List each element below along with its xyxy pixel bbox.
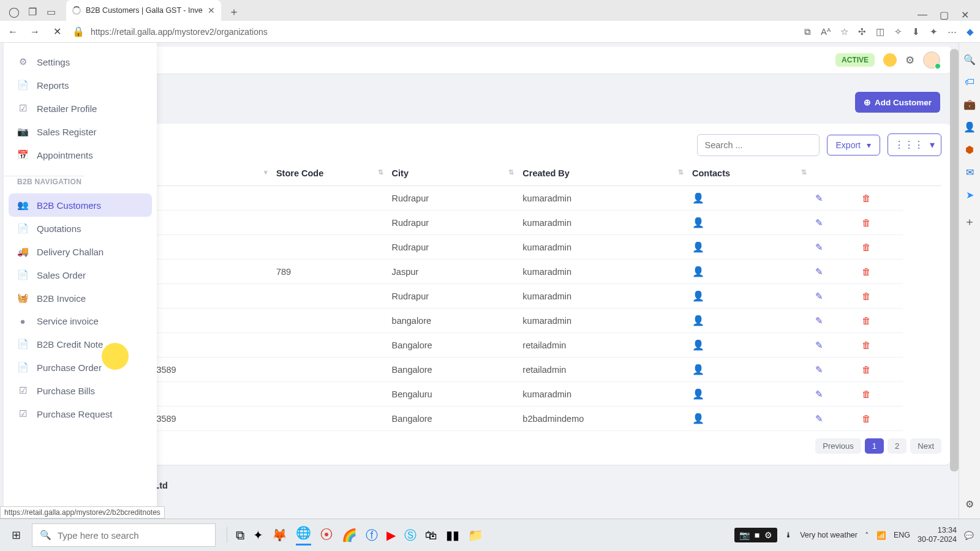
weather-text[interactable]: Very hot weather	[800, 531, 858, 539]
clock[interactable]: 13:34 30-07-2024	[918, 526, 957, 544]
tools-icon[interactable]: 💼	[963, 99, 976, 110]
cell-contacts[interactable]: 👤	[687, 309, 810, 333]
column-header[interactable]: City⇅	[387, 161, 518, 186]
cell-delete[interactable]: 🗑	[857, 309, 903, 333]
cell-contacts[interactable]: 👤	[687, 358, 810, 382]
wifi-icon[interactable]: 📶	[876, 531, 886, 540]
sidebar-item-delivery-challan[interactable]: 🚚Delivery Challan	[9, 240, 152, 263]
address-bar[interactable]: 🔒 https://retail.galla.app/mystorev2/org…	[72, 26, 796, 37]
outlook-icon[interactable]: ✉	[966, 167, 974, 178]
office-icon[interactable]: ⬢	[965, 144, 974, 156]
settings-icon[interactable]: ⚙	[905, 54, 914, 67]
sidebar-item-purchase-order[interactable]: 📄Purchase Order	[9, 356, 152, 379]
cell-contacts[interactable]: 👤	[687, 382, 810, 407]
avatar[interactable]	[923, 51, 940, 69]
new-tab-button[interactable]: ＋	[225, 2, 243, 21]
cell-edit[interactable]: ✎	[810, 186, 856, 211]
cell-delete[interactable]: 🗑	[857, 382, 903, 407]
cell-edit[interactable]: ✎	[810, 407, 856, 431]
cell-delete[interactable]: 🗑	[857, 260, 903, 284]
export-button[interactable]: Export ▾	[827, 135, 880, 156]
cell-edit[interactable]: ✎	[810, 333, 856, 358]
cell-contacts[interactable]: 👤	[687, 260, 810, 284]
sidebar-item-reports[interactable]: 📄Reports	[9, 73, 152, 97]
tray-expand-icon[interactable]: ˄	[865, 531, 869, 540]
sidebar-item-service-invoice[interactable]: ●Service invoice	[9, 310, 152, 332]
browser-tab[interactable]: B2B Customers | Galla GST - Inve ✕	[66, 0, 221, 21]
close-window-icon[interactable]: ✕	[961, 9, 969, 21]
column-header[interactable]: Store Code⇅	[271, 161, 387, 186]
cell-delete[interactable]: 🗑	[857, 333, 903, 358]
edge-settings-icon[interactable]: ⚙	[965, 498, 974, 510]
cell-delete[interactable]: 🗑	[857, 407, 903, 431]
explorer-icon[interactable]: 📁	[468, 528, 483, 542]
forward-icon[interactable]: →	[28, 26, 42, 37]
workspaces-icon[interactable]: ❐	[23, 2, 42, 21]
add-tool-icon[interactable]: ＋	[964, 214, 975, 229]
recording-toolbar[interactable]: 📷 ■ ⚙	[734, 528, 777, 542]
coin-icon[interactable]	[883, 53, 897, 67]
sidebar-item-sales-register[interactable]: 📷Sales Register	[9, 120, 152, 143]
cell-edit[interactable]: ✎	[810, 260, 856, 284]
pager-page-2[interactable]: 2	[888, 438, 907, 454]
cell-edit[interactable]: ✎	[810, 358, 856, 382]
sidebar-item-sales-order[interactable]: 📄Sales Order	[9, 263, 152, 287]
downloads-icon[interactable]: ⬇	[912, 26, 920, 37]
cell-contacts[interactable]: 👤	[687, 284, 810, 309]
taskbar-search[interactable]: 🔍 Type here to search	[32, 523, 216, 547]
more-icon[interactable]: ⋯	[948, 26, 957, 37]
cell-delete[interactable]: 🗑	[857, 211, 903, 235]
columns-button[interactable]: ⋮⋮⋮ ▾	[888, 133, 941, 156]
taskview-icon[interactable]: ⧉	[236, 528, 244, 542]
sidebar-item-settings[interactable]: ⚙Settings	[9, 50, 152, 73]
profile-icon[interactable]: ◯	[5, 2, 23, 21]
copilot2-icon[interactable]: ◆	[967, 26, 974, 37]
start-button[interactable]: ⊞	[0, 519, 32, 551]
chrome-icon[interactable]: 🌈	[342, 528, 357, 542]
cell-edit[interactable]: ✎	[810, 309, 856, 333]
lang-indicator[interactable]: ENG	[894, 531, 910, 539]
cell-contacts[interactable]: 👤	[687, 333, 810, 358]
scrollbar-thumb[interactable]	[950, 49, 959, 471]
sidebar-item-purchase-request[interactable]: ☑Purchase Request	[9, 402, 152, 425]
cell-edit[interactable]: ✎	[810, 211, 856, 235]
cell-edit[interactable]: ✎	[810, 382, 856, 407]
back-icon[interactable]: ←	[6, 26, 20, 37]
cell-edit[interactable]: ✎	[810, 284, 856, 309]
copilot-task-icon[interactable]: ✦	[253, 528, 263, 542]
pager-next[interactable]: Next	[910, 438, 941, 454]
cell-contacts[interactable]: 👤	[687, 407, 810, 431]
skype-icon[interactable]: Ⓢ	[404, 527, 417, 544]
app1-icon[interactable]: ▮▮	[446, 528, 459, 542]
extensions-icon[interactable]: ✣	[858, 26, 866, 37]
pager-page-1[interactable]: 1	[865, 438, 884, 454]
cell-contacts[interactable]: 👤	[687, 235, 810, 260]
stop-icon[interactable]: ✕	[50, 26, 64, 37]
minimize-icon[interactable]: —	[918, 9, 927, 21]
cell-edit[interactable]: ✎	[810, 235, 856, 260]
open-external-icon[interactable]: ⧉	[804, 26, 811, 37]
favorite-icon[interactable]: ☆	[840, 26, 848, 37]
search-input[interactable]	[697, 134, 820, 156]
edge-icon[interactable]: 🌐	[296, 525, 311, 545]
cell-contacts[interactable]: 👤	[687, 186, 810, 211]
cell-contacts[interactable]: 👤	[687, 211, 810, 235]
weather-icon[interactable]: 🌡	[785, 531, 793, 539]
cell-delete[interactable]: 🗑	[857, 186, 903, 211]
cell-delete[interactable]: 🗑	[857, 358, 903, 382]
column-header[interactable]: Created By⇅	[518, 161, 687, 186]
cell-delete[interactable]: 🗑	[857, 284, 903, 309]
youtube-icon[interactable]: ▶	[386, 528, 396, 542]
firefox-icon[interactable]: 🦊	[272, 528, 287, 542]
games-icon[interactable]: 👤	[963, 121, 976, 133]
read-aloud-icon[interactable]: Aᴬ	[821, 26, 831, 37]
search-icon[interactable]: 🔍	[963, 54, 976, 66]
tab-actions-icon[interactable]: ▭	[42, 2, 60, 21]
facebook-icon[interactable]: ⓕ	[366, 527, 378, 544]
sidebar-item-appointments[interactable]: 📅Appointments	[9, 143, 152, 167]
split-icon[interactable]: ◫	[876, 26, 884, 37]
sidebar-item-b2b-credit-note[interactable]: 📄B2B Credit Note	[9, 332, 152, 356]
sidebar-item-b2b-invoice[interactable]: 🧺B2B Invoice	[9, 287, 152, 310]
notifications-icon[interactable]: 💬	[964, 531, 974, 540]
sidebar-item-purchase-bills[interactable]: ☑Purchase Bills	[9, 379, 152, 402]
